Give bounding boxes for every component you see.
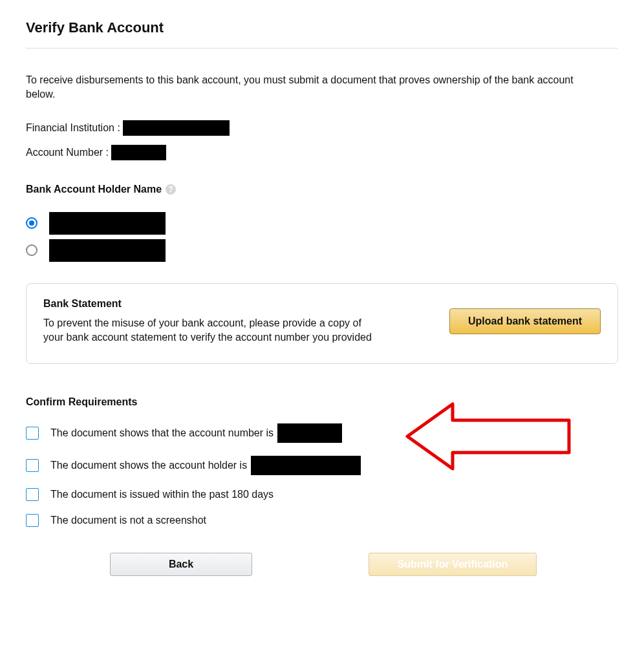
confirm-check-4: The document is not a screenshot [26, 514, 618, 527]
back-button[interactable]: Back [110, 553, 252, 576]
holder-option-2-redacted [49, 239, 166, 262]
confirm-requirements-heading: Confirm Requirements [26, 396, 618, 408]
account-number-label: Account Number : [26, 147, 109, 158]
financial-institution-value-redacted [123, 120, 230, 136]
confirm-check-2: The document shows the account holder is [26, 456, 618, 475]
confirm-check-2-redacted [251, 456, 361, 475]
financial-institution-label: Financial Institution : [26, 122, 120, 134]
holder-heading-text: Bank Account Holder Name [26, 184, 162, 195]
checkbox-2[interactable] [26, 459, 39, 472]
bank-statement-text: Bank Statement To prevent the misuse of … [43, 298, 380, 344]
holder-heading: Bank Account Holder Name ? [26, 184, 618, 195]
intro-text: To receive disbursements to this bank ac… [26, 73, 588, 101]
confirm-check-1: The document shows that the account numb… [26, 423, 618, 443]
help-icon[interactable]: ? [166, 184, 176, 195]
confirm-check-1-redacted [277, 423, 342, 443]
confirm-check-4-label: The document is not a screenshot [50, 515, 206, 526]
holder-radio-option-2[interactable] [26, 238, 618, 262]
holder-radio-option-1[interactable] [26, 211, 618, 235]
bank-statement-desc: To prevent the misuse of your bank accou… [43, 316, 380, 344]
checkbox-4[interactable] [26, 514, 39, 527]
financial-institution-row: Financial Institution : [26, 120, 618, 136]
confirm-check-2-text: The document shows the account holder is [50, 460, 247, 471]
confirm-check-2-label: The document shows the account holder is [50, 456, 361, 475]
radio-icon-selected[interactable] [26, 217, 38, 229]
holder-radio-group [26, 211, 618, 262]
account-number-row: Account Number : [26, 145, 618, 160]
page-title: Verify Bank Account [26, 19, 618, 36]
confirm-check-4-text: The document is not a screenshot [50, 515, 206, 526]
confirm-check-3-label: The document is issued within the past 1… [50, 489, 274, 500]
radio-dot [29, 220, 34, 226]
confirm-check-1-text: The document shows that the account numb… [50, 427, 274, 439]
account-number-value-redacted [111, 145, 166, 160]
divider [26, 48, 618, 48]
checkbox-1[interactable] [26, 427, 39, 440]
upload-bank-statement-button[interactable]: Upload bank statement [449, 308, 601, 334]
bank-statement-title: Bank Statement [43, 298, 380, 310]
holder-option-1-redacted [49, 212, 166, 235]
confirm-check-3: The document is issued within the past 1… [26, 488, 618, 501]
submit-verification-button[interactable]: Submit for Verification [369, 553, 537, 576]
confirm-check-1-label: The document shows that the account numb… [50, 423, 342, 443]
bank-statement-card: Bank Statement To prevent the misuse of … [26, 283, 618, 364]
checkbox-3[interactable] [26, 488, 39, 501]
radio-icon-unselected[interactable] [26, 244, 38, 256]
confirm-check-3-text: The document is issued within the past 1… [50, 489, 274, 500]
footer-buttons: Back Submit for Verification [110, 553, 618, 576]
